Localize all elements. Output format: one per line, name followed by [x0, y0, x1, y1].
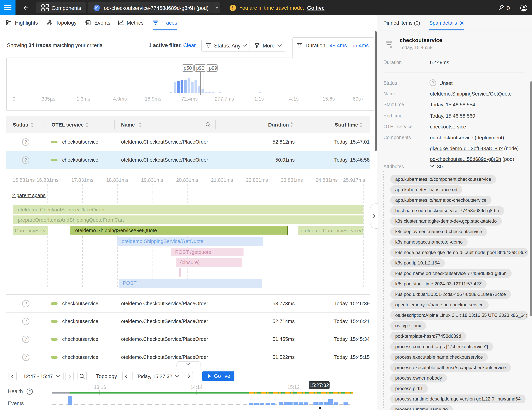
svg-text:?: ?	[25, 158, 27, 162]
svg-text:?: ?	[25, 337, 27, 342]
svg-text:?: ?	[432, 80, 434, 85]
svg-text:?: ?	[28, 390, 31, 394]
svg-text:?: ?	[25, 319, 27, 324]
svg-text:?: ?	[25, 301, 27, 306]
svg-text:?: ?	[25, 140, 27, 144]
svg-text:?: ?	[25, 355, 27, 360]
